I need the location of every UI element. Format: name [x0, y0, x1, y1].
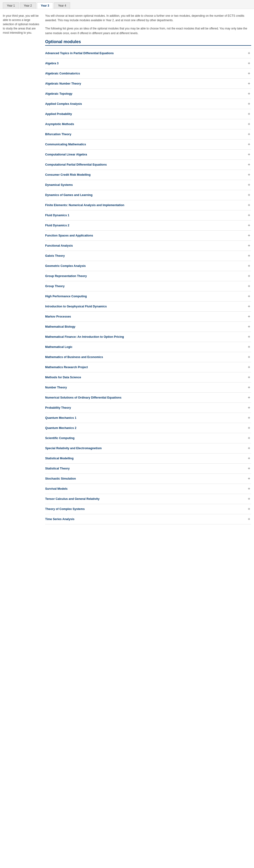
module-item[interactable]: Statistical Modelling+ — [45, 454, 251, 464]
tab-year-3[interactable]: Year 3 — [37, 2, 53, 9]
expand-icon[interactable]: + — [245, 82, 250, 86]
module-item[interactable]: Stochastic Simulation+ — [45, 474, 251, 484]
module-name: Methods for Data Science — [45, 376, 245, 379]
module-item[interactable]: Probability Theory+ — [45, 403, 251, 413]
expand-icon[interactable]: + — [245, 122, 250, 126]
module-item[interactable]: Methods for Data Science+ — [45, 372, 251, 382]
module-item[interactable]: Quantum Mechanics 2+ — [45, 423, 251, 433]
module-item[interactable]: Consumer Credit Risk Modelling+ — [45, 170, 251, 180]
module-item[interactable]: Dynamical Systems+ — [45, 180, 251, 190]
expand-icon[interactable]: + — [245, 324, 250, 329]
module-item[interactable]: Number Theory+ — [45, 382, 251, 393]
expand-icon[interactable]: + — [245, 61, 250, 65]
module-item[interactable]: Function Spaces and Applications+ — [45, 230, 251, 241]
expand-icon[interactable]: + — [245, 132, 250, 136]
module-item[interactable]: Tensor Calculus and General Relativity+ — [45, 494, 251, 504]
expand-icon[interactable]: + — [245, 51, 250, 55]
module-item[interactable]: Geometric Complex Analysis+ — [45, 261, 251, 271]
expand-icon[interactable]: + — [245, 162, 250, 167]
module-item[interactable]: Communicating Mathematics+ — [45, 140, 251, 150]
expand-icon[interactable]: + — [245, 213, 250, 217]
module-item[interactable]: Quantum Mechanics 1+ — [45, 413, 251, 423]
tab-year-4[interactable]: Year 4 — [54, 2, 70, 9]
module-item[interactable]: Numerical Solutions of Ordinary Differen… — [45, 393, 251, 403]
module-item[interactable]: Mathematics Research Project+ — [45, 362, 251, 372]
module-item[interactable]: Applied Complex Analysis+ — [45, 99, 251, 109]
expand-icon[interactable]: + — [245, 517, 250, 521]
module-item[interactable]: Theory of Complex Systems+ — [45, 504, 251, 514]
module-item[interactable]: Survival Models+ — [45, 484, 251, 494]
module-item[interactable]: Group Theory+ — [45, 281, 251, 291]
expand-icon[interactable]: + — [245, 264, 250, 268]
module-item[interactable]: Special Relativity and Electromagnetism+ — [45, 443, 251, 454]
expand-icon[interactable]: + — [245, 112, 250, 116]
module-name: Statistical Modelling — [45, 457, 245, 460]
module-item[interactable]: Functional Analysis+ — [45, 241, 251, 251]
expand-icon[interactable]: + — [245, 466, 250, 471]
module-item[interactable]: Fluid Dynamics 1+ — [45, 210, 251, 220]
module-item[interactable]: Scientific Computing+ — [45, 433, 251, 443]
expand-icon[interactable]: + — [245, 497, 250, 501]
module-item[interactable]: Markov Processes+ — [45, 312, 251, 322]
module-item[interactable]: Algebra 3+ — [45, 58, 251, 68]
module-item[interactable]: Fluid Dynamics 2+ — [45, 220, 251, 230]
expand-icon[interactable]: + — [245, 385, 250, 390]
tab-year-2[interactable]: Year 2 — [20, 2, 36, 9]
module-item[interactable]: Finite Elements: Numerical Analysis and … — [45, 200, 251, 210]
expand-icon[interactable]: + — [245, 234, 250, 238]
module-item[interactable]: Algebraic Combinatorics+ — [45, 68, 251, 79]
module-item[interactable]: Algebraic Number Theory+ — [45, 79, 251, 89]
expand-icon[interactable]: + — [245, 365, 250, 369]
expand-icon[interactable]: + — [245, 375, 250, 379]
expand-icon[interactable]: + — [245, 294, 250, 299]
expand-icon[interactable]: + — [245, 304, 250, 309]
expand-icon[interactable]: + — [245, 203, 250, 207]
expand-icon[interactable]: + — [245, 142, 250, 147]
module-item[interactable]: Group Representation Theory+ — [45, 271, 251, 281]
expand-icon[interactable]: + — [245, 345, 250, 349]
module-item[interactable]: Advanced Topics in Partial Differential … — [45, 48, 251, 58]
expand-icon[interactable]: + — [245, 426, 250, 430]
expand-icon[interactable]: + — [245, 152, 250, 157]
module-item[interactable]: Bifurcation Theory+ — [45, 129, 251, 140]
expand-icon[interactable]: + — [245, 487, 250, 491]
module-item[interactable]: Applied Probability+ — [45, 109, 251, 119]
module-item[interactable]: Mathematics of Business and Economics+ — [45, 352, 251, 362]
expand-icon[interactable]: + — [245, 223, 250, 227]
module-item[interactable]: Mathematical Finance: An Introduction to… — [45, 332, 251, 342]
expand-icon[interactable]: + — [245, 102, 250, 106]
module-item[interactable]: Dynamics of Games and Learning+ — [45, 190, 251, 200]
module-item[interactable]: Introduction to Geophysical Fluid Dynami… — [45, 302, 251, 312]
module-item[interactable]: Asymptotic Methods+ — [45, 119, 251, 129]
expand-icon[interactable]: + — [245, 183, 250, 187]
module-item[interactable]: Statistical Theory+ — [45, 464, 251, 474]
expand-icon[interactable]: + — [245, 507, 250, 511]
expand-icon[interactable]: + — [245, 254, 250, 258]
expand-icon[interactable]: + — [245, 446, 250, 451]
tab-year-1[interactable]: Year 1 — [3, 2, 19, 9]
expand-icon[interactable]: + — [245, 355, 250, 359]
expand-icon[interactable]: + — [245, 314, 250, 319]
expand-icon[interactable]: + — [245, 284, 250, 288]
module-item[interactable]: High Performance Computing+ — [45, 291, 251, 302]
expand-icon[interactable]: + — [245, 436, 250, 440]
expand-icon[interactable]: + — [245, 406, 250, 410]
module-item[interactable]: Galois Theory+ — [45, 251, 251, 261]
expand-icon[interactable]: + — [245, 416, 250, 420]
expand-icon[interactable]: + — [245, 396, 250, 400]
expand-icon[interactable]: + — [245, 92, 250, 96]
module-item[interactable]: Time Series Analysis+ — [45, 514, 251, 524]
expand-icon[interactable]: + — [245, 173, 250, 177]
module-item[interactable]: Computational Partial Differential Equat… — [45, 160, 251, 170]
expand-icon[interactable]: + — [245, 456, 250, 461]
expand-icon[interactable]: + — [245, 335, 250, 339]
module-item[interactable]: Mathematical Biology+ — [45, 322, 251, 332]
expand-icon[interactable]: + — [245, 71, 250, 75]
expand-icon[interactable]: + — [245, 274, 250, 278]
module-item[interactable]: Mathematical Logic+ — [45, 342, 251, 352]
module-item[interactable]: Computational Linear Algebra+ — [45, 150, 251, 160]
expand-icon[interactable]: + — [245, 193, 250, 197]
expand-icon[interactable]: + — [245, 244, 250, 248]
module-item[interactable]: Algebraic Topology+ — [45, 89, 251, 99]
expand-icon[interactable]: + — [245, 476, 250, 481]
